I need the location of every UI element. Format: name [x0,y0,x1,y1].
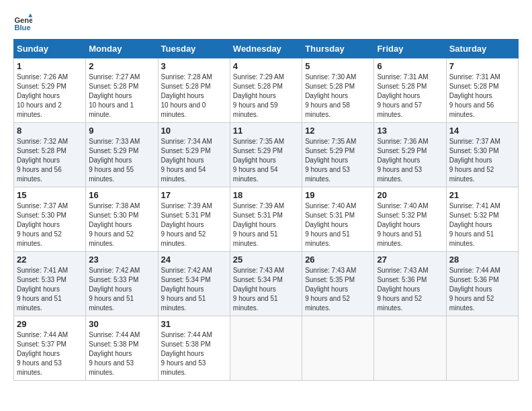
calendar-cell: 21 Sunrise: 7:41 AMSunset: 5:32 PMDaylig… [446,187,518,252]
calendar-cell: 16 Sunrise: 7:38 AMSunset: 5:30 PMDaylig… [86,187,158,252]
calendar-cell: 6 Sunrise: 7:31 AMSunset: 5:28 PMDayligh… [374,58,446,123]
day-number: 11 [233,126,299,136]
calendar-cell: 18 Sunrise: 7:39 AMSunset: 5:31 PMDaylig… [230,187,302,252]
calendar-week-row: 22 Sunrise: 7:41 AMSunset: 5:33 PMDaylig… [14,252,519,316]
calendar-cell: 4 Sunrise: 7:29 AMSunset: 5:28 PMDayligh… [230,58,302,123]
weekday-header-saturday: Saturday [446,40,518,58]
day-info: Sunrise: 7:43 AMSunset: 5:34 PMDaylight … [233,267,284,312]
weekday-header-thursday: Thursday [302,40,374,58]
calendar-cell: 26 Sunrise: 7:43 AMSunset: 5:35 PMDaylig… [302,252,374,316]
day-number: 6 [377,61,443,71]
calendar-cell: 5 Sunrise: 7:30 AMSunset: 5:28 PMDayligh… [302,58,374,123]
calendar-cell: 15 Sunrise: 7:37 AMSunset: 5:30 PMDaylig… [14,187,86,252]
day-number: 12 [305,126,371,136]
calendar-cell: 27 Sunrise: 7:43 AMSunset: 5:36 PMDaylig… [374,252,446,316]
day-number: 4 [233,61,299,71]
day-info: Sunrise: 7:44 AMSunset: 5:38 PMDaylight … [161,331,212,376]
logo: General Blue [13,13,35,32]
weekday-header-friday: Friday [374,40,446,58]
day-number: 5 [305,61,371,71]
day-number: 2 [89,61,154,71]
day-info: Sunrise: 7:39 AMSunset: 5:31 PMDaylight … [233,202,284,247]
day-info: Sunrise: 7:40 AMSunset: 5:31 PMDaylight … [305,202,356,247]
day-info: Sunrise: 7:42 AMSunset: 5:33 PMDaylight … [89,267,140,312]
day-number: 18 [233,190,299,200]
calendar-cell: 12 Sunrise: 7:35 AMSunset: 5:29 PMDaylig… [302,123,374,187]
day-info: Sunrise: 7:43 AMSunset: 5:36 PMDaylight … [377,267,428,312]
day-number: 15 [17,190,83,200]
day-info: Sunrise: 7:33 AMSunset: 5:29 PMDaylight … [89,138,140,183]
day-info: Sunrise: 7:36 AMSunset: 5:29 PMDaylight … [377,138,428,183]
calendar-cell [374,316,446,381]
calendar-cell: 13 Sunrise: 7:36 AMSunset: 5:29 PMDaylig… [374,123,446,187]
day-number: 26 [305,255,371,265]
calendar-cell: 11 Sunrise: 7:35 AMSunset: 5:29 PMDaylig… [230,123,302,187]
day-info: Sunrise: 7:31 AMSunset: 5:28 PMDaylight … [377,73,428,118]
calendar-cell: 20 Sunrise: 7:40 AMSunset: 5:32 PMDaylig… [374,187,446,252]
calendar-cell [302,316,374,381]
calendar-cell: 30 Sunrise: 7:44 AMSunset: 5:38 PMDaylig… [86,316,158,381]
calendar-cell: 22 Sunrise: 7:41 AMSunset: 5:33 PMDaylig… [14,252,86,316]
day-number: 30 [89,319,154,329]
day-info: Sunrise: 7:40 AMSunset: 5:32 PMDaylight … [377,202,428,247]
calendar-cell [230,316,302,381]
day-number: 1 [17,61,83,71]
day-info: Sunrise: 7:39 AMSunset: 5:31 PMDaylight … [161,202,212,247]
calendar-table: SundayMondayTuesdayWednesdayThursdayFrid… [13,39,519,381]
logo-icon: General Blue [13,13,32,32]
svg-marker-2 [28,13,32,17]
day-number: 31 [161,319,227,329]
calendar-cell: 28 Sunrise: 7:44 AMSunset: 5:36 PMDaylig… [446,252,518,316]
day-info: Sunrise: 7:44 AMSunset: 5:38 PMDaylight … [89,331,140,376]
weekday-header-sunday: Sunday [14,40,86,58]
calendar-cell: 10 Sunrise: 7:34 AMSunset: 5:29 PMDaylig… [158,123,230,187]
day-number: 9 [89,126,154,136]
calendar-cell: 24 Sunrise: 7:42 AMSunset: 5:34 PMDaylig… [158,252,230,316]
day-number: 17 [161,190,227,200]
day-number: 29 [17,319,83,329]
day-info: Sunrise: 7:35 AMSunset: 5:29 PMDaylight … [305,138,356,183]
day-info: Sunrise: 7:27 AMSunset: 5:28 PMDaylight … [89,73,140,118]
day-number: 28 [449,255,515,265]
page-header: General Blue [13,13,519,32]
calendar-cell: 9 Sunrise: 7:33 AMSunset: 5:29 PMDayligh… [86,123,158,187]
calendar-cell: 19 Sunrise: 7:40 AMSunset: 5:31 PMDaylig… [302,187,374,252]
day-info: Sunrise: 7:35 AMSunset: 5:29 PMDaylight … [233,138,284,183]
day-number: 19 [305,190,371,200]
day-number: 10 [161,126,227,136]
day-number: 14 [449,126,515,136]
day-info: Sunrise: 7:30 AMSunset: 5:28 PMDaylight … [305,73,356,118]
day-info: Sunrise: 7:37 AMSunset: 5:30 PMDaylight … [449,138,500,183]
day-info: Sunrise: 7:43 AMSunset: 5:35 PMDaylight … [305,267,356,312]
calendar-cell [446,316,518,381]
day-info: Sunrise: 7:32 AMSunset: 5:28 PMDaylight … [17,138,68,183]
calendar-cell: 17 Sunrise: 7:39 AMSunset: 5:31 PMDaylig… [158,187,230,252]
day-info: Sunrise: 7:37 AMSunset: 5:30 PMDaylight … [17,202,68,247]
weekday-header-row: SundayMondayTuesdayWednesdayThursdayFrid… [14,40,519,58]
day-number: 7 [449,61,515,71]
calendar-cell: 7 Sunrise: 7:31 AMSunset: 5:28 PMDayligh… [446,58,518,123]
calendar-cell: 1 Sunrise: 7:26 AMSunset: 5:29 PMDayligh… [14,58,86,123]
weekday-header-monday: Monday [86,40,158,58]
day-info: Sunrise: 7:34 AMSunset: 5:29 PMDaylight … [161,138,212,183]
calendar-cell: 3 Sunrise: 7:28 AMSunset: 5:28 PMDayligh… [158,58,230,123]
calendar-cell: 29 Sunrise: 7:44 AMSunset: 5:37 PMDaylig… [14,316,86,381]
day-info: Sunrise: 7:41 AMSunset: 5:33 PMDaylight … [17,267,68,312]
calendar-week-row: 1 Sunrise: 7:26 AMSunset: 5:29 PMDayligh… [14,58,519,123]
day-number: 3 [161,61,227,71]
day-number: 24 [161,255,227,265]
day-number: 20 [377,190,443,200]
calendar-cell: 25 Sunrise: 7:43 AMSunset: 5:34 PMDaylig… [230,252,302,316]
weekday-header-tuesday: Tuesday [158,40,230,58]
day-info: Sunrise: 7:44 AMSunset: 5:36 PMDaylight … [449,267,500,312]
day-info: Sunrise: 7:29 AMSunset: 5:28 PMDaylight … [233,73,284,118]
day-info: Sunrise: 7:31 AMSunset: 5:28 PMDaylight … [449,73,500,118]
day-info: Sunrise: 7:28 AMSunset: 5:28 PMDaylight … [161,73,212,118]
day-info: Sunrise: 7:26 AMSunset: 5:29 PMDaylight … [17,73,68,118]
day-number: 16 [89,190,154,200]
day-info: Sunrise: 7:42 AMSunset: 5:34 PMDaylight … [161,267,212,312]
day-info: Sunrise: 7:44 AMSunset: 5:37 PMDaylight … [17,331,68,376]
calendar-week-row: 15 Sunrise: 7:37 AMSunset: 5:30 PMDaylig… [14,187,519,252]
calendar-cell: 23 Sunrise: 7:42 AMSunset: 5:33 PMDaylig… [86,252,158,316]
day-number: 8 [17,126,83,136]
